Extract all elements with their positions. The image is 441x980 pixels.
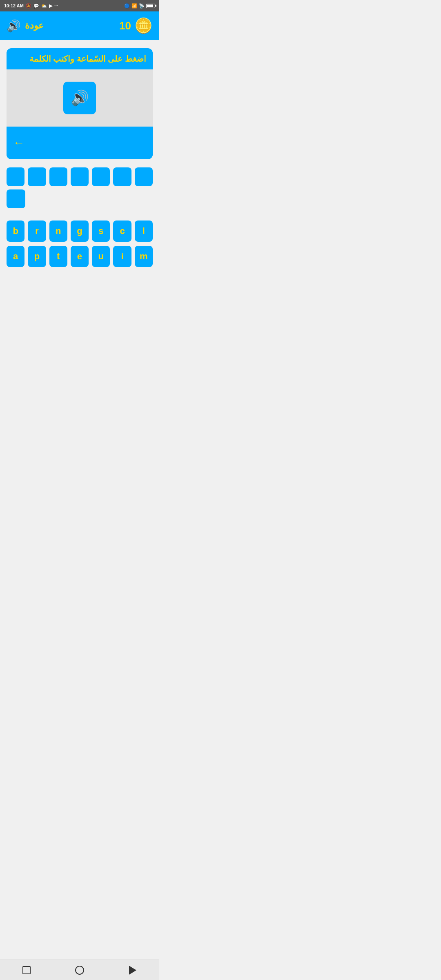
key-n[interactable]: n — [49, 220, 67, 242]
key-b[interactable]: b — [7, 220, 24, 242]
audio-play-button[interactable]: 🔊 — [63, 82, 96, 114]
letter-box[interactable] — [49, 167, 67, 186]
status-left: 10:12 AM 🔕 💬 ⛅ ▶ ··· — [4, 3, 58, 9]
letter-boxes-row-1 — [7, 167, 153, 186]
key-u[interactable]: u — [92, 246, 110, 267]
letter-box[interactable] — [92, 167, 110, 186]
key-m[interactable]: m — [135, 246, 153, 267]
wifi-icon: 📡 — [139, 3, 145, 9]
key-c[interactable]: c — [113, 220, 131, 242]
question-header: اضغط على السّماعة واكتب الكلمة — [7, 48, 153, 69]
back-button[interactable]: عودة — [25, 20, 44, 31]
letter-box[interactable] — [71, 167, 89, 186]
answer-area: ← — [7, 127, 153, 159]
signal-icon: 📶 — [131, 3, 137, 9]
audio-play-icon: 🔊 — [71, 89, 89, 107]
letter-box[interactable] — [28, 167, 46, 186]
keyboard-section: b r n g s c l a p t e u i m — [7, 220, 153, 267]
header-sound-icon[interactable]: 🔊 — [7, 19, 21, 33]
status-right: 🔵 📶 📡 — [124, 3, 155, 9]
key-r[interactable]: r — [28, 220, 46, 242]
letter-box[interactable] — [113, 167, 131, 186]
keyboard-row-1: b r n g s c l — [7, 220, 153, 242]
key-a[interactable]: a — [7, 246, 24, 267]
bluetooth-icon: 🔵 — [124, 3, 130, 9]
battery-icon — [146, 4, 155, 8]
header-right: 10 🪙 — [119, 17, 153, 34]
coin-icon: 🪙 — [134, 17, 153, 34]
whatsapp-icon: 💬 — [33, 3, 39, 9]
letter-boxes-section — [7, 167, 153, 208]
main-content: اضغط على السّماعة واكتب الكلمة 🔊 ← b — [0, 40, 159, 279]
coin-count: 10 — [119, 20, 131, 32]
key-l[interactable]: l — [135, 220, 153, 242]
letter-box[interactable] — [7, 189, 25, 208]
key-t[interactable]: t — [49, 246, 67, 267]
key-p[interactable]: p — [28, 246, 46, 267]
key-g[interactable]: g — [71, 220, 89, 242]
dots-icon: ··· — [54, 3, 58, 8]
app-header: 🔊 عودة 10 🪙 — [0, 11, 159, 40]
play-icon: ▶ — [49, 3, 52, 9]
question-card: اضغط على السّماعة واكتب الكلمة 🔊 ← — [7, 48, 153, 159]
backspace-button[interactable]: ← — [13, 136, 24, 149]
letter-box[interactable] — [135, 167, 153, 186]
letter-box[interactable] — [7, 167, 24, 186]
question-text: اضغط على السّماعة واكتب الكلمة — [29, 54, 146, 63]
time-display: 10:12 AM — [4, 3, 24, 8]
mute-icon: 🔕 — [26, 3, 31, 9]
key-s[interactable]: s — [92, 220, 110, 242]
keyboard-row-2: a p t e u i m — [7, 246, 153, 267]
status-bar: 10:12 AM 🔕 💬 ⛅ ▶ ··· 🔵 📶 📡 — [0, 0, 159, 11]
audio-area: 🔊 — [7, 69, 153, 127]
weather-icon: ⛅ — [41, 3, 47, 9]
key-e[interactable]: e — [71, 246, 89, 267]
key-i[interactable]: i — [113, 246, 131, 267]
letter-boxes-row-2 — [7, 189, 153, 208]
header-left: 🔊 عودة — [7, 19, 44, 33]
